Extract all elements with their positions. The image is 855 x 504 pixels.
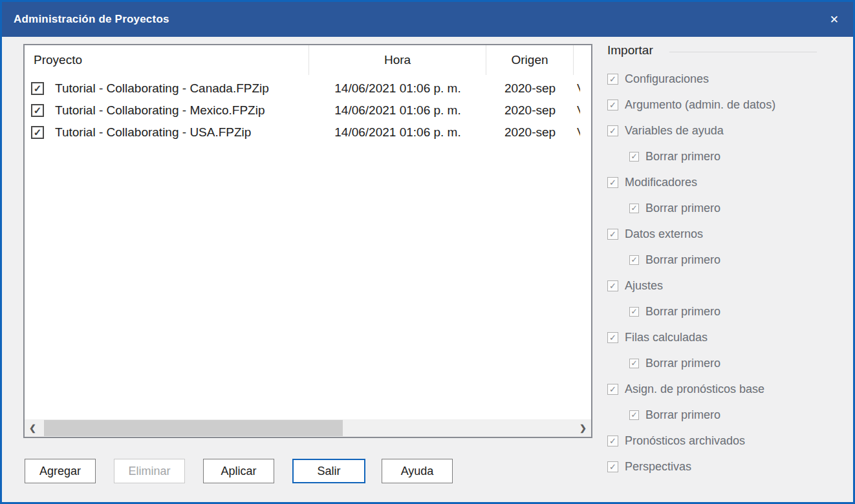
salir-button[interactable]: Salir <box>292 459 365 483</box>
checkmark-icon[interactable]: ✓ <box>607 436 618 446</box>
table-row[interactable]: ✓ Tutorial - Collaborating - Canada.FPZi… <box>25 78 591 100</box>
ayuda-button[interactable]: Ayuda <box>382 459 453 483</box>
column-header-hora[interactable]: Hora <box>309 45 486 75</box>
checkbox-label: Pronósticos archivados <box>625 434 745 448</box>
list-header: Proyecto Hora Origen <box>25 45 591 75</box>
checkbox-label: Asign. de pronósticos base <box>625 383 764 396</box>
scroll-right-icon[interactable]: ❯ <box>579 419 587 437</box>
agregar-button[interactable]: Agregar <box>25 459 96 483</box>
project-name: Tutorial - Collaborating - USA.FPZip <box>55 121 251 143</box>
project-administration-dialog: Administración de Proyectos ✕ Proyecto H… <box>0 0 855 504</box>
checkbox-label: Borrar primero <box>645 202 720 215</box>
importar-group-rule <box>669 52 817 52</box>
column-header-proyecto[interactable]: Proyecto <box>25 45 309 75</box>
table-row[interactable]: ✓ Tutorial - Collaborating - USA.FPZip 1… <box>25 121 591 143</box>
project-time: 14/06/2021 01:06 p. m. <box>309 121 486 143</box>
project-name: Tutorial - Collaborating - Canada.FPZip <box>55 78 269 100</box>
checkmark-icon[interactable]: ✓ <box>607 461 618 472</box>
checkmark-icon[interactable]: ✓ <box>607 229 618 240</box>
checkbox-label: Argumento (admin. de datos) <box>625 98 775 112</box>
project-origin: 2020-sep <box>486 121 574 143</box>
project-origin: 2020-sep <box>486 78 574 100</box>
checkbox-label: Ajustes <box>625 279 663 293</box>
checkmark-icon[interactable]: ✓ <box>607 125 618 136</box>
project-list: Proyecto Hora Origen ✓ Tutorial - Collab… <box>23 44 592 438</box>
checkbox-filas-calculadas[interactable]: ✓ Filas calculadas <box>607 324 708 350</box>
project-origin: 2020-sep <box>486 100 574 121</box>
checkmark-icon[interactable]: ✓ <box>607 74 618 85</box>
scrollbar-thumb[interactable] <box>44 420 343 436</box>
checkbox-label: Borrar primero <box>645 253 720 267</box>
checkmark-icon[interactable]: ✓ <box>629 307 639 317</box>
checkbox-borrar-primero-filas[interactable]: ✓ Borrar primero <box>629 350 720 376</box>
checkbox-label: Variables de ayuda <box>625 124 724 138</box>
close-icon[interactable]: ✕ <box>830 2 839 37</box>
checkmark-icon[interactable]: ✓ <box>607 384 618 395</box>
checkbox-asign-pronosticos-base[interactable]: ✓ Asign. de pronósticos base <box>607 376 764 402</box>
row-checkbox[interactable]: ✓ <box>31 104 44 117</box>
checkbox-label: Borrar primero <box>645 357 720 370</box>
checkbox-modificadores[interactable]: ✓ Modificadores <box>607 169 697 195</box>
checkbox-label: Borrar primero <box>645 305 720 319</box>
checkbox-label: Datos externos <box>625 227 703 241</box>
list-rows: ✓ Tutorial - Collaborating - Canada.FPZi… <box>25 78 591 143</box>
checkmark-icon[interactable]: ✓ <box>607 332 618 343</box>
checkbox-borrar-primero-variables[interactable]: ✓ Borrar primero <box>629 143 720 169</box>
checkbox-borrar-primero-ajustes[interactable]: ✓ Borrar primero <box>629 299 720 324</box>
dialog-title: Administración de Proyectos <box>14 13 169 26</box>
checkmark-icon[interactable]: ✓ <box>607 177 618 188</box>
checkbox-label: Configuraciones <box>625 72 709 86</box>
eliminar-button: Eliminar <box>114 459 185 483</box>
checkmark-icon[interactable]: ✓ <box>629 204 639 213</box>
scroll-left-icon[interactable]: ❮ <box>29 419 36 437</box>
checkbox-borrar-primero-modificadores[interactable]: ✓ Borrar primero <box>629 195 720 221</box>
table-row[interactable]: ✓ Tutorial - Collaborating - Mexico.FPZi… <box>25 100 591 121</box>
project-name: Tutorial - Collaborating - Mexico.FPZip <box>55 100 265 121</box>
checkmark-icon[interactable]: ✓ <box>629 359 639 368</box>
checkbox-borrar-primero-datos[interactable]: ✓ Borrar primero <box>629 247 720 273</box>
checkmark-icon[interactable]: ✓ <box>607 100 618 110</box>
titlebar: Administración de Proyectos ✕ <box>2 2 853 37</box>
checkbox-pronosticos-archivados[interactable]: ✓ Pronósticos archivados <box>607 428 745 454</box>
project-time: 14/06/2021 01:06 p. m. <box>309 100 486 121</box>
checkbox-variables-de-ayuda[interactable]: ✓ Variables de ayuda <box>607 118 724 143</box>
checkbox-label: Modificadores <box>625 176 697 189</box>
row-checkbox[interactable]: ✓ <box>31 126 44 139</box>
checkbox-datos-externos[interactable]: ✓ Datos externos <box>607 221 703 247</box>
clipped-cell: V <box>577 121 580 143</box>
checkbox-perspectivas[interactable]: ✓ Perspectivas <box>607 454 691 479</box>
importar-group-label: Importar <box>607 43 653 58</box>
checkbox-configuraciones[interactable]: ✓ Configuraciones <box>607 66 709 92</box>
horizontal-scrollbar[interactable]: ❮ ❯ <box>25 419 591 437</box>
project-time: 14/06/2021 01:06 p. m. <box>309 78 486 100</box>
clipped-cell: V <box>577 78 580 100</box>
aplicar-button[interactable]: Aplicar <box>203 459 274 483</box>
checkmark-icon[interactable]: ✓ <box>629 255 639 265</box>
checkmark-icon[interactable]: ✓ <box>607 280 618 291</box>
column-header-origen[interactable]: Origen <box>486 45 574 75</box>
checkbox-label: Borrar primero <box>645 150 720 163</box>
checkbox-argumento[interactable]: ✓ Argumento (admin. de datos) <box>607 92 775 118</box>
row-checkbox[interactable]: ✓ <box>31 82 44 95</box>
checkbox-label: Borrar primero <box>645 408 720 422</box>
checkbox-ajustes[interactable]: ✓ Ajustes <box>607 273 663 299</box>
checkbox-label: Filas calculadas <box>625 331 708 344</box>
checkbox-borrar-primero-asign[interactable]: ✓ Borrar primero <box>629 402 720 428</box>
checkmark-icon[interactable]: ✓ <box>629 152 639 162</box>
clipped-cell: V <box>577 100 580 121</box>
checkbox-label: Perspectivas <box>625 460 691 474</box>
dialog-body: Proyecto Hora Origen ✓ Tutorial - Collab… <box>2 37 853 502</box>
checkmark-icon[interactable]: ✓ <box>629 410 639 420</box>
